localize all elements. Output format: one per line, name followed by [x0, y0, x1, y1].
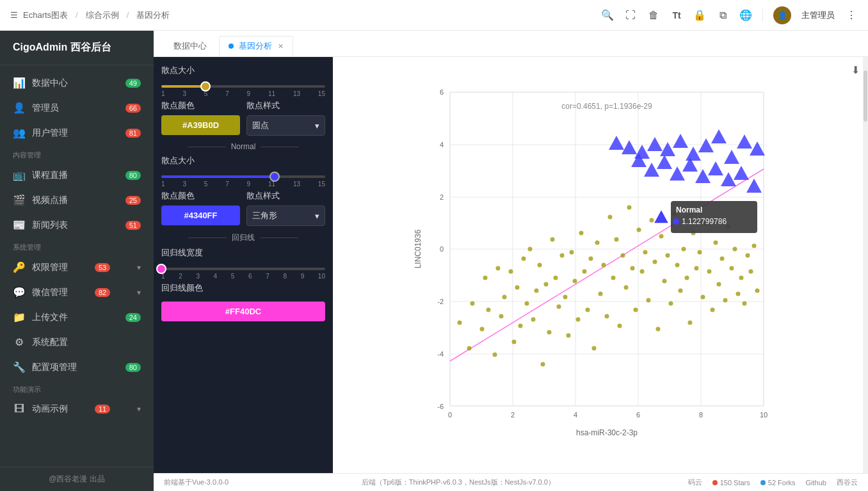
sidebar-label: 用户管理 [32, 127, 68, 139]
tab-close-icon[interactable]: ✕ [278, 42, 284, 50]
svg-point-78 [627, 205, 632, 210]
svg-point-72 [608, 215, 613, 220]
tab-data-center[interactable]: 数据中心 [164, 36, 216, 56]
scatter1-style-select[interactable]: 圆点 ▾ [246, 115, 325, 136]
forks-label: 52 Forks [768, 479, 796, 487]
svg-point-91 [669, 302, 673, 306]
sidebar-item-animation[interactable]: 🎞 动画示例 11 ▾ [0, 397, 154, 421]
badge-users: 81 [125, 129, 141, 138]
tab-gene-analysis[interactable]: 基因分析 ✕ [219, 36, 293, 56]
breadcrumb-item3[interactable]: 基因分析 [136, 10, 170, 21]
badge-data-center: 49 [125, 79, 141, 88]
lock-icon[interactable]: 🔒 [693, 9, 706, 22]
scatter1-size-title: 散点大小 [161, 65, 325, 76]
sidebar-item-admin[interactable]: 👤 管理员 66 [0, 95, 154, 120]
text-format-icon[interactable]: Tt [670, 9, 683, 22]
delete-icon[interactable]: 🗑 [647, 9, 660, 22]
tab-label: 基因分析 [239, 41, 272, 51]
footer-right: 码云 150 Stars 52 Forks Github 西谷云 [688, 478, 858, 487]
sidebar-menu: 📊 数据中心 49 👤 管理员 66 👥 用户管理 81 内容管理 📺 课程直播… [0, 65, 154, 467]
slider1-thumb[interactable] [200, 81, 211, 92]
sidebar-label: 课程直播 [32, 170, 68, 181]
breadcrumb-item1[interactable]: Echarts图表 [23, 10, 68, 21]
svg-point-54 [551, 237, 555, 242]
scatter1-color-btn[interactable]: #A39B0D [161, 115, 240, 135]
svg-point-58 [563, 295, 568, 300]
scatter2-size-title: 散点大小 [161, 155, 325, 166]
scatter2-color-btn[interactable]: #4340FF [161, 205, 240, 225]
fullscreen-icon[interactable]: ⛶ [624, 9, 637, 22]
sidebar-item-permissions[interactable]: 🔑 权限管理 53 ▾ [0, 255, 154, 280]
sidebar-label: 配置项管理 [32, 362, 77, 373]
badge-upload: 24 [125, 313, 141, 322]
svg-point-96 [685, 276, 689, 280]
svg-point-68 [595, 241, 600, 245]
breadcrumb-item2[interactable]: 综合示例 [86, 10, 119, 21]
sidebar-item-upload[interactable]: 📁 上传文件 24 [0, 305, 154, 330]
stars-label: 150 Stars [720, 479, 750, 487]
sidebar-item-sysconfig[interactable]: ⚙ 系统配置 [0, 330, 154, 355]
svg-text:10: 10 [760, 411, 768, 419]
section-content: 内容管理 [0, 145, 154, 163]
avatar: 👤 [773, 6, 791, 24]
svg-point-79 [631, 266, 635, 271]
scatter1-color-col: 散点颜色 #A39B0D [161, 100, 240, 136]
chevron-down-icon: ▾ [315, 211, 319, 221]
sidebar-item-news[interactable]: 📰 新闻列表 51 [0, 213, 154, 237]
svg-point-31 [458, 321, 462, 325]
chevron-down-icon: ▾ [137, 405, 141, 414]
download-chart-icon[interactable]: ⬇ [848, 62, 863, 77]
svg-text:hsa-miR-30c-2-3p: hsa-miR-30c-2-3p [576, 428, 638, 437]
scatter2-style-select[interactable]: 三角形 ▾ [246, 205, 325, 226]
svg-text:0: 0 [440, 245, 444, 253]
slider1-track[interactable] [161, 85, 325, 88]
svg-text:LINC01936: LINC01936 [414, 229, 422, 268]
globe-icon[interactable]: 🌐 [739, 9, 752, 22]
sidebar-item-video[interactable]: 🎬 视频点播 25 [0, 188, 154, 213]
slider3-thumb[interactable] [156, 264, 166, 274]
svg-point-57 [560, 254, 565, 258]
sidebar-item-live[interactable]: 📺 课程直播 80 [0, 163, 154, 188]
svg-point-76 [621, 254, 625, 258]
svg-point-36 [486, 308, 491, 312]
svg-point-42 [512, 340, 517, 344]
sidebar-item-wechat[interactable]: 💬 微信管理 82 ▾ [0, 280, 154, 305]
svg-point-48 [531, 318, 536, 322]
svg-point-55 [554, 276, 558, 280]
search-icon[interactable]: 🔍 [601, 9, 614, 22]
svg-point-86 [653, 260, 657, 264]
svg-text:1.122799786: 1.122799786 [682, 217, 727, 226]
svg-point-45 [522, 257, 526, 261]
svg-point-40 [502, 295, 507, 300]
slider2-thumb[interactable] [269, 172, 280, 182]
scrollbar-thumb[interactable] [864, 70, 867, 122]
regression-color-btn[interactable]: #FF40DC [161, 302, 325, 321]
svg-point-43 [515, 286, 520, 290]
svg-point-37 [493, 353, 497, 357]
footer-backend: 后端（Tp6版：ThinkPHP-v6.0.3，NestJs版：NestJs-v… [362, 478, 555, 487]
slider2-track[interactable] [161, 175, 325, 178]
sidebar-logo: CigoAdmin 西谷后台 [0, 31, 154, 65]
sysconfig-icon: ⚙ [13, 336, 26, 348]
svg-point-73 [611, 276, 616, 280]
sidebar-label: 动画示例 [32, 403, 68, 415]
sidebar-item-user-mgmt[interactable]: 👥 用户管理 81 [0, 120, 154, 145]
svg-point-112 [736, 292, 741, 296]
slider3-track[interactable] [161, 268, 325, 270]
page-content: 散点大小 13579111315 散点颜色 #A39B0D 散点样式 [154, 57, 868, 473]
svg-point-61 [573, 279, 577, 284]
sidebar-item-configmgmt[interactable]: 🔧 配置项管理 80 [0, 355, 154, 380]
divider [762, 9, 763, 22]
live-icon: 📺 [13, 169, 26, 181]
breadcrumb: ☰ Echarts图表 / 综合示例 / 基因分析 [10, 10, 170, 21]
more-icon[interactable]: ⋮ [845, 9, 858, 22]
copy-icon[interactable]: ⧉ [716, 9, 729, 22]
sidebar-label: 管理员 [32, 102, 59, 114]
svg-point-116 [749, 270, 753, 274]
sidebar-item-data-center[interactable]: 📊 数据中心 49 [0, 70, 154, 95]
sidebar: CigoAdmin 西谷后台 📊 数据中心 49 👤 管理员 66 👥 用户管理… [0, 31, 154, 491]
scatter-chart: 0 2 4 6 8 10 6 4 2 0 -2 -4 -6 [412, 79, 783, 451]
badge-config: 80 [125, 363, 141, 372]
scrollbar-right[interactable] [863, 57, 868, 473]
svg-point-111 [733, 247, 737, 252]
